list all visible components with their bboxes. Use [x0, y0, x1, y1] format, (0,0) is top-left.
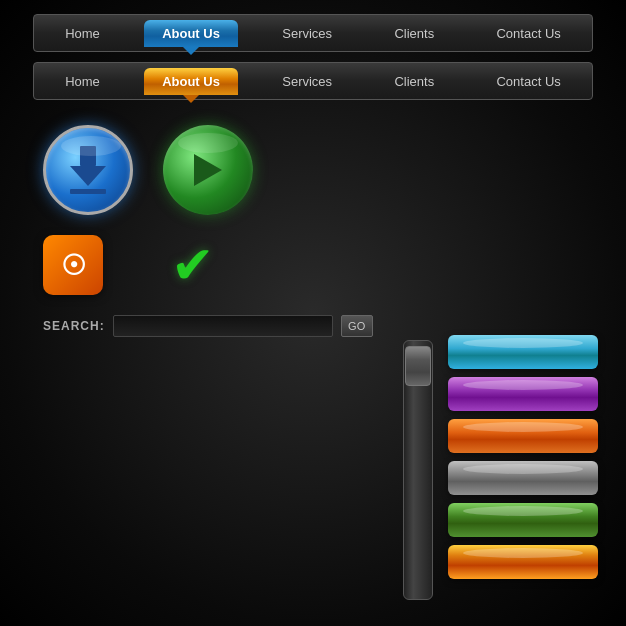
vertical-slider[interactable]	[403, 340, 433, 600]
nav-services-1[interactable]: Services	[264, 20, 350, 47]
nav-services-2[interactable]: Services	[264, 68, 350, 95]
search-input[interactable]	[113, 315, 333, 337]
nav-home-2[interactable]: Home	[47, 68, 118, 95]
rss-icon: ☉	[61, 249, 86, 282]
next-button[interactable]	[163, 125, 253, 215]
rss-button[interactable]: ☉	[43, 235, 103, 295]
nav-bar-2: Home About Us Services Clients Contact U…	[33, 62, 593, 100]
nav-about-2[interactable]: About Us	[144, 68, 238, 95]
check-symbol: ✔	[171, 239, 215, 291]
nav-home-1[interactable]: Home	[47, 20, 118, 47]
arrow-right-icon	[194, 154, 222, 186]
slider-handle[interactable]	[405, 346, 431, 386]
color-buttons-panel	[448, 335, 598, 579]
nav-contact-2[interactable]: Contact Us	[478, 68, 578, 95]
checkmark-icon: ✔	[163, 240, 223, 290]
yellow-orange-button[interactable]	[448, 545, 598, 579]
icons-row-2: ☉ ✔	[43, 235, 593, 295]
nav-about-1[interactable]: About Us	[144, 20, 238, 47]
orange-button[interactable]	[448, 419, 598, 453]
green-button[interactable]	[448, 503, 598, 537]
silver-button[interactable]	[448, 461, 598, 495]
search-label: SEARCH:	[43, 319, 105, 333]
nav-bar-1: Home About Us Services Clients Contact U…	[33, 14, 593, 52]
icons-row-1	[43, 125, 593, 215]
nav-clients-2[interactable]: Clients	[376, 68, 452, 95]
nav-clients-1[interactable]: Clients	[376, 20, 452, 47]
nav-contact-1[interactable]: Contact Us	[478, 20, 578, 47]
go-button[interactable]: GO	[341, 315, 373, 337]
download-button[interactable]	[43, 125, 133, 215]
search-row: SEARCH: GO	[43, 315, 593, 337]
cyan-button[interactable]	[448, 335, 598, 369]
purple-button[interactable]	[448, 377, 598, 411]
